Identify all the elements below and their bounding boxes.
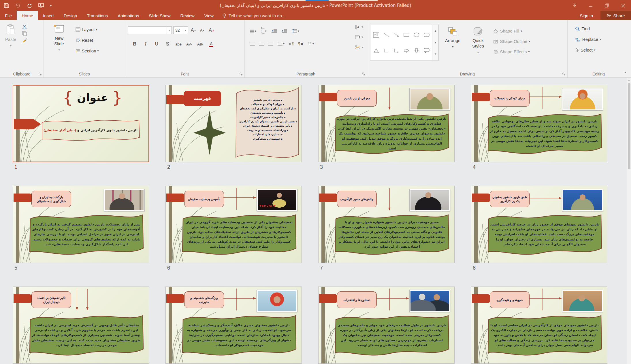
slide-thumbnail-9[interactable]: تأثیر تخفیفان بر اقتصاد دیجیتال ایرانتخف… [13,287,149,364]
clipboard-dialog-launcher-icon[interactable] [38,72,42,76]
slide-thumbnail-10[interactable]: ویژگی‌های شخصیتی و مدیریتینازنین دانشور … [165,287,302,364]
undo-icon[interactable] [15,3,20,8]
slide-thumbnail-12[interactable]: جمع‌بندی و نتیجه‌گیرینازنین دانشور نمونه… [471,287,607,364]
reset-button[interactable]: Reset [76,36,99,44]
increase-indent-icon[interactable] [282,29,287,33]
bold-button[interactable]: B [131,40,138,48]
ribbon-display-options-icon[interactable] [566,0,583,11]
triangle-shape-icon[interactable] [373,48,379,54]
find-button[interactable]: Find [575,25,628,33]
shape-effects-button[interactable]: Shape Effects▾ [493,48,530,56]
font-name-combo[interactable]: ▾ [128,26,172,34]
format-painter-icon[interactable] [22,38,27,42]
section-button[interactable]: Section▾ [76,47,99,55]
tab-transitions[interactable]: Transitions [82,11,113,20]
arrow-line-shape-icon[interactable] [393,32,400,38]
align-right-icon[interactable] [268,42,273,46]
down-arrow-shape-icon[interactable] [413,48,420,54]
justify-button[interactable]: ▾ [278,42,285,46]
font-color-button[interactable]: A [208,40,215,48]
slide-thumbnail-7[interactable]: چالش‌های مسیر کارآفرینیمسیر موفقیت برای … [318,186,455,263]
layout-button[interactable]: Layout▾ [76,25,99,33]
paste-button[interactable]: Paste ▾ [3,22,18,66]
tab-home[interactable]: Home [17,11,38,20]
shapes-gallery-scroll[interactable]: ▲▼⊽ [432,25,438,60]
vertical-scrollbar[interactable]: ▲ [627,78,631,364]
arrange-button[interactable]: Arrange ▾ [443,25,463,69]
elbow-connector-shape-icon[interactable] [383,48,389,54]
italic-button[interactable]: I [142,40,149,48]
slide-thumbnail-4[interactable]: دوران کودکی و تحصیلاتنازنین دانشور در ای… [471,85,607,162]
restore-icon[interactable] [599,0,615,11]
shape-fill-button[interactable]: Shape Fill▾ [493,27,530,35]
text-direction-button[interactable]: A▾ [355,23,363,31]
cut-icon[interactable] [22,25,27,29]
slide-cell: چالش‌های مسیر کارآفرینیمسیر موفقیت برای … [318,186,455,271]
slide-thumbnail-3[interactable]: معرفی نازنین دانشورنازنین دانشور یکی از … [318,85,455,162]
tab-view[interactable]: View [199,11,219,20]
sign-in-link[interactable]: Sign in [572,11,600,20]
tab-insert[interactable]: Insert [38,11,59,20]
underline-button[interactable]: U [153,40,160,48]
ltr-text-direction-icon[interactable]: ▶¶ [289,41,294,46]
paragraph-dialog-launcher-icon[interactable] [362,72,366,76]
tab-design[interactable]: Design [59,11,82,20]
quick-styles-button[interactable]: Quick Styles ▾ [467,25,489,69]
align-left-icon[interactable] [250,42,255,46]
rounded-rectangle-shape-icon[interactable] [423,32,430,38]
save-icon[interactable] [4,3,9,8]
clear-formatting-icon[interactable]: A◢ [208,26,215,34]
new-slide-button[interactable]: New Slide ▾ [47,22,71,66]
tab-animations[interactable]: Animations [113,11,144,20]
shapes-gallery[interactable]: A ▲▼⊽ [370,25,439,60]
decrease-indent-icon[interactable] [271,29,277,33]
drawing-dialog-launcher-icon[interactable] [562,72,566,76]
copy-icon[interactable] [22,31,27,36]
shape-outline-button[interactable]: Shape Outline▾ [493,37,530,45]
scrollbar-thumb[interactable] [628,83,630,169]
tab-file[interactable]: File [0,11,17,20]
convert-to-smartart-button[interactable]: ▾ [355,43,363,51]
line-spacing-button[interactable]: ▾ [292,29,299,33]
bullets-button[interactable]: ▾ [250,29,256,33]
slide-thumbnail-6[interactable]: تأسیس وب‌سایت تخفیفانTEDxSUTتخفیفان به‌ع… [165,186,302,263]
change-case-button[interactable]: Aa▾ [197,40,204,48]
tab-slide-show[interactable]: Slide Show [144,11,175,20]
replace-button[interactable]: abacReplace▾ [575,35,628,43]
elbow-arrow-connector-shape-icon[interactable] [393,48,400,54]
redo-icon[interactable] [27,3,32,8]
tell-me-box[interactable]: Tell me what you want to do... [223,11,286,20]
shrink-font-icon[interactable]: A▼ [199,26,206,34]
font-size-combo[interactable]: 32▾ [173,26,188,34]
font-dialog-launcher-icon[interactable] [239,72,243,76]
oval-shape-icon[interactable] [413,32,420,38]
numbering-button[interactable]: 1—2—3—▾ [261,27,266,35]
slide-thumbnail-8[interactable]: نقش نازنین دانشور به‌عنوان یک زن کارآفری… [471,186,607,263]
callout-shape-icon[interactable] [423,48,430,54]
rectangle-shape-icon[interactable] [403,32,410,38]
start-from-beginning-icon[interactable] [38,3,44,8]
rtl-text-direction-icon[interactable]: ¶◀ [298,41,303,46]
slide-thumbnail-5[interactable]: بازگشت به ایران و شکل‌گیری ایده تخفیفانپ… [13,186,149,263]
slide-thumbnail-2[interactable]: فهرستمعرفی نازنین دانشوردوران کودکی و تح… [165,85,302,162]
align-text-button[interactable]: ▾ [355,33,363,41]
text-box-shape-icon[interactable]: A [373,32,379,38]
tab-review[interactable]: Review [175,11,199,20]
slide-thumbnail-11[interactable]: دستاوردها و افتخاراتنازنین دانشور در طول… [318,287,455,364]
qat-dropdown-caret[interactable]: ▾ [50,4,52,7]
line-shape-icon[interactable] [383,32,389,38]
grow-font-icon[interactable]: A▲ [190,26,197,34]
block-arrow-shape-icon[interactable] [403,48,410,54]
columns-button[interactable]: ▾ [307,42,314,46]
scroll-up-icon[interactable]: ▲ [627,78,631,82]
minimize-icon[interactable] [583,0,599,11]
select-button[interactable]: Select▾ [575,46,628,54]
close-icon[interactable] [615,0,631,11]
slide-thumbnail-1[interactable]: {عنوان}نازنین دانشور بانوی کارآفرین ایرا… [13,85,149,162]
collapse-ribbon-icon[interactable]: ⌃ [624,71,627,76]
character-spacing-button[interactable]: AV▾ [186,40,193,48]
share-button[interactable]: Share [600,11,631,20]
strikethrough-button[interactable]: abe [175,40,182,48]
align-center-icon[interactable] [259,42,264,46]
text-shadow-button[interactable]: S [164,40,171,48]
